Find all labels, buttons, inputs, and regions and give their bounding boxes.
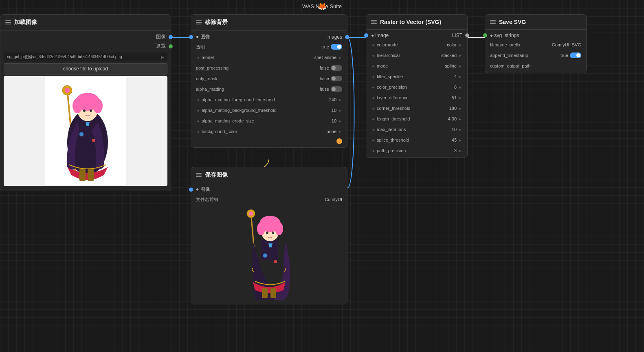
color-precision-arrow-left[interactable]: ◄ — [371, 85, 375, 90]
save-image-title: 保存图像 — [205, 171, 228, 179]
save-svg-input-port: ● svg_strings — [485, 31, 586, 39]
input-image-dot[interactable] — [189, 35, 193, 39]
output-mask-port: 遮罩 — [0, 42, 171, 51]
max-iter-arrow-left[interactable]: ◄ — [371, 127, 375, 132]
append-timestamp-toggle[interactable] — [570, 52, 581, 58]
svg-rect-21 — [261, 240, 278, 260]
colormode-arrow-left[interactable]: ◄ — [371, 43, 375, 47]
length-thresh-arrow-right[interactable]: ► — [458, 117, 462, 121]
path-precision-arrow-left[interactable]: ◄ — [371, 149, 375, 153]
save-image-preview — [191, 205, 347, 302]
param-fg-threshold: ◄ alpha_matting_foreground_threshold 240… — [191, 94, 347, 105]
alpha-matting-text: false — [320, 87, 329, 92]
param-layer-diff: ◄ layer_difference 51 ► — [366, 92, 467, 103]
hierarchical-arrow-right[interactable]: ► — [458, 53, 462, 58]
bottom-dot-row — [191, 137, 347, 146]
rtv-output-dot[interactable] — [465, 33, 469, 37]
append-timestamp-label: append_timestamp — [490, 53, 528, 58]
output-images-dot[interactable] — [345, 35, 349, 39]
save-image-input-dot[interactable] — [189, 188, 193, 192]
fg-threshold-arrow-right[interactable]: ► — [338, 98, 342, 102]
output-images-label: images — [321, 34, 347, 40]
bg-color-arrow-left[interactable]: ◄ — [196, 129, 200, 134]
post-processing-toggle[interactable] — [331, 65, 342, 71]
node-menu-icon[interactable] — [5, 20, 11, 24]
image-preview — [4, 76, 167, 186]
param-transparent-label: 透明 — [196, 44, 205, 50]
bg-color-label: ◄ background_color — [196, 129, 237, 134]
rtv-output-label: LIST — [447, 33, 467, 38]
splice-thresh-arrow-right[interactable]: ► — [458, 138, 462, 142]
filter-speckle-arrow-right[interactable]: ► — [458, 74, 462, 79]
raster-to-vector-header: Raster to Vector (SVG) — [366, 15, 467, 30]
model-arrow-right[interactable]: ► — [338, 55, 342, 60]
param-splice-thresh: ◄ splice_threshold 45 ► — [366, 135, 467, 145]
only-mask-toggle[interactable] — [331, 76, 342, 81]
svg-point-25 — [275, 222, 283, 235]
save-image-input-label: ● 图像 — [191, 186, 215, 193]
param-model-label: ◄ model — [196, 55, 214, 60]
max-iter-arrow-right[interactable]: ► — [458, 127, 462, 132]
color-precision-arrow-right[interactable]: ► — [458, 85, 462, 90]
erode-size-arrow-left[interactable]: ◄ — [196, 119, 200, 123]
mode-arrow-right[interactable]: ► — [458, 64, 462, 68]
colormode-arrow-right[interactable]: ► — [458, 43, 462, 47]
bg-color-arrow-right[interactable]: ► — [338, 129, 342, 134]
svg-point-8 — [73, 98, 82, 113]
bg-threshold-arrow-right[interactable]: ► — [338, 108, 342, 113]
character-preview-svg — [45, 77, 126, 185]
only-mask-text: false — [320, 76, 329, 81]
svg-point-9 — [93, 98, 103, 113]
alpha-matting-toggle[interactable] — [331, 86, 342, 92]
length-thresh-arrow-left[interactable]: ◄ — [371, 117, 375, 121]
filter-speckle-arrow-left[interactable]: ◄ — [371, 74, 375, 79]
bg-threshold-arrow-left[interactable]: ◄ — [196, 108, 200, 113]
node-menu-icon-3[interactable] — [371, 20, 377, 24]
save-svg-input-dot[interactable] — [483, 33, 487, 37]
model-arrow-left[interactable]: ◄ — [196, 55, 200, 60]
orange-dot — [336, 138, 342, 144]
corner-thresh-arrow-left[interactable]: ◄ — [371, 106, 375, 111]
save-svg-title: Save SVG — [499, 19, 526, 25]
fg-threshold-arrow-left[interactable]: ◄ — [196, 98, 200, 102]
node-menu-icon-5[interactable] — [196, 173, 202, 177]
input-image-port: ● 图像 images — [191, 32, 347, 42]
param-model: ◄ model isnet-anime ► — [191, 52, 347, 63]
fox-icon: 🦊 — [318, 2, 327, 11]
output-image-label: 图像 — [151, 33, 171, 40]
file-path-arrow[interactable]: ▶ — [161, 55, 164, 59]
svg-rect-30 — [262, 288, 268, 298]
layer-diff-arrow-right[interactable]: ► — [458, 96, 462, 100]
param-append-timestamp: append_timestamp true — [485, 50, 586, 61]
path-precision-arrow-right[interactable]: ► — [458, 149, 462, 153]
alpha-matting-label: alpha_matting — [196, 87, 224, 92]
remove-bg-body: ● 图像 images 透明 true ◄ model isnet-anime … — [191, 31, 347, 147]
svg-rect-14 — [79, 169, 86, 181]
only-mask-value: false — [320, 76, 342, 81]
svg-point-24 — [257, 222, 265, 235]
remove-bg-title: 移除背景 — [205, 19, 228, 26]
splice-thresh-arrow-left[interactable]: ◄ — [371, 138, 375, 142]
output-image-dot[interactable] — [169, 35, 173, 39]
raster-to-vector-title: Raster to Vector (SVG) — [380, 19, 441, 25]
output-mask-dot[interactable] — [169, 44, 173, 48]
post-processing-label: post_processing — [196, 66, 229, 70]
input-image-label: ● 图像 — [191, 33, 215, 40]
remove-bg-header: 移除背景 — [191, 15, 347, 31]
hierarchical-arrow-left[interactable]: ◄ — [371, 53, 375, 58]
save-character-svg — [237, 207, 302, 300]
transparent-toggle[interactable] — [331, 44, 342, 50]
param-bg-threshold: ◄ alpha_matting_background_threshold 10 … — [191, 105, 347, 116]
append-timestamp-text: true — [560, 53, 568, 58]
layer-diff-arrow-left[interactable]: ◄ — [371, 96, 375, 100]
bg-threshold-value: 10 ► — [332, 108, 342, 113]
upload-button[interactable]: choose file to upload — [4, 63, 167, 74]
corner-thresh-arrow-right[interactable]: ► — [458, 106, 462, 111]
node-menu-icon-2[interactable] — [196, 20, 202, 24]
post-processing-text: false — [320, 66, 329, 70]
rtv-input-dot[interactable] — [364, 33, 368, 37]
param-filter-speckle: ◄ filter_speckle 4 ► — [366, 71, 467, 82]
erode-size-arrow-right[interactable]: ► — [338, 119, 342, 123]
node-menu-icon-4[interactable] — [490, 20, 496, 24]
mode-arrow-left[interactable]: ◄ — [371, 64, 375, 68]
